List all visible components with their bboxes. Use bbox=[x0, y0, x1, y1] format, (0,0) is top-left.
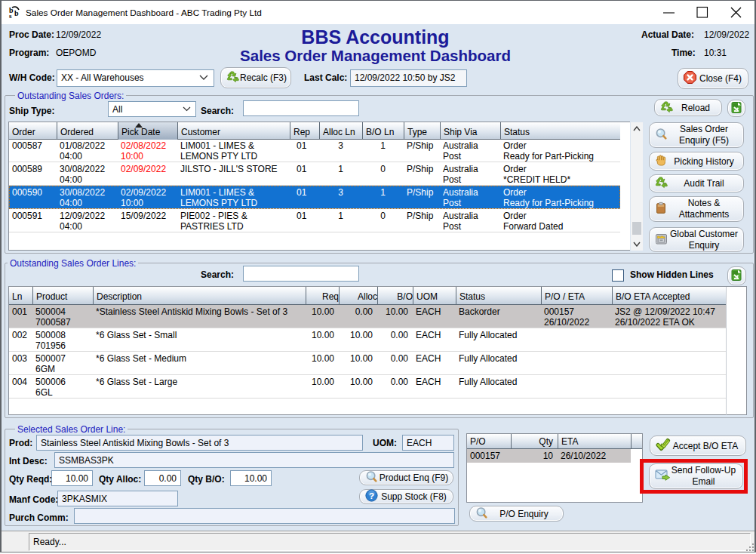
svg-text:?: ? bbox=[369, 491, 374, 500]
svg-text:s: s bbox=[9, 12, 12, 19]
svg-text:b: b bbox=[14, 9, 19, 17]
